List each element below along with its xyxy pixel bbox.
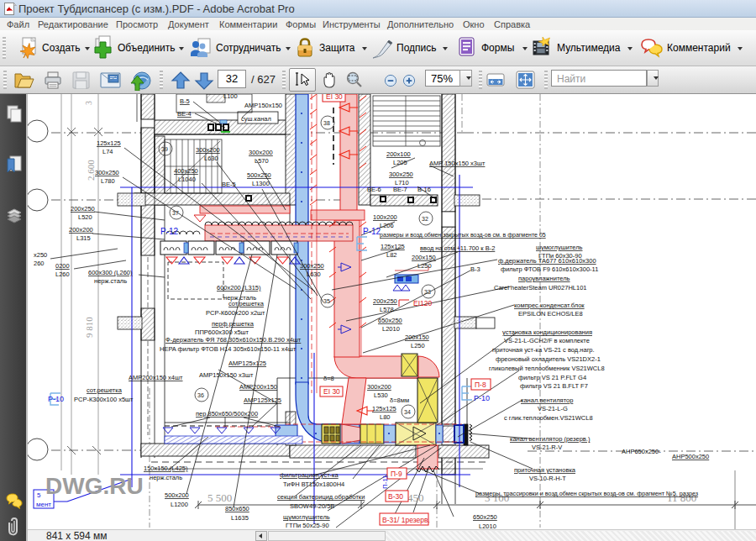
svg-text:нерж.сталь: нерж.сталь [150,474,182,481]
svg-text:VS-21-L-G: VS-21-L-G [538,405,568,412]
svg-text:В-30: В-30 [388,492,403,501]
svg-text:L1635: L1635 [231,514,249,522]
svg-text:размеры, трассировки и возд.об: размеры, трассировки и возд.обмен скрыты… [475,490,699,497]
svg-text:32: 32 [422,216,428,222]
svg-text:EI 30: EI 30 [323,387,340,396]
svg-text:шумоглушитель: шумоглушитель [536,244,583,251]
svg-text:100x200: 100x200 [373,213,397,221]
svg-text:300x200: 300x200 [249,149,273,156]
svg-text:AMP150x150: AMP150x150 [244,102,282,109]
svg-text:650x250: 650x250 [473,513,497,521]
svg-text:EI 30: EI 30 [326,94,343,101]
svg-text:L206: L206 [380,222,394,229]
svg-text:δ=8мм: δ=8мм [390,397,409,404]
svg-text:AMP200x150: AMP200x150 [239,383,277,391]
svg-text:AMP200x150 х4шт: AMP200x150 х4шт [129,374,183,381]
svg-text:L630: L630 [307,270,321,278]
svg-text:5 500: 5 500 [207,491,232,504]
svg-text:с глик.теплообмен.VS21WCL8: с глик.теплообмен.VS21WCL8 [504,414,593,422]
svg-text:ВЕ-4: ВЕ-4 [177,110,192,118]
svg-text:VS-21-L-GCH2/F в комплекте: VS-21-L-GCH2/F в комплекте [504,337,590,344]
svg-text:EI120: EI120 [413,299,432,307]
svg-text:В-3: В-3 [470,265,480,273]
svg-text:приточная уст-ка VS-21 с вод.н: приточная уст-ка VS-21 с вод.нагр. [492,346,595,354]
svg-text:L2010: L2010 [479,523,496,529]
svg-text:канал.вентилятор: канал.вентилятор [521,397,573,404]
svg-text:сот.решетка: сот.решетка [87,386,123,394]
svg-text:нерж.сталь: нерж.сталь [94,277,127,285]
svg-text:3: 3 [84,101,93,105]
svg-text:АНР500x250: АНР500x250 [672,453,709,460]
svg-text:VS-21-R-V: VS-21-R-V [532,444,562,451]
svg-text:600x300 (L260): 600x300 (L260) [88,269,133,276]
svg-text:L520: L520 [78,213,92,221]
svg-text:300x250: 300x250 [95,169,119,176]
svg-text:400x250: 400x250 [174,167,198,175]
svg-text:L2010: L2010 [382,325,400,333]
svg-text:200x250: 200x250 [71,205,95,213]
svg-text:L530: L530 [374,391,388,399]
svg-text:125x125: 125x125 [372,405,396,412]
svg-text:39: 39 [161,146,168,152]
svg-text:125x125: 125x125 [97,139,121,147]
svg-text:L780: L780 [101,177,115,185]
svg-text:суш.канал: суш.канал [241,115,271,123]
svg-text:щумоглушитель: щумоглушитель [283,513,330,521]
svg-text:L100: L100 [223,94,238,100]
svg-text:35: 35 [323,298,330,304]
svg-text:L1300: L1300 [252,180,270,187]
svg-text:перф.решетка: перф.решетка [212,320,255,328]
svg-text:38: 38 [323,120,330,126]
svg-text:PCP-К600x200 х2шт: PCP-К600x200 х2шт [206,309,265,317]
svg-text:600x200 (L315): 600x200 (L315) [217,284,261,292]
svg-text:PCP-К300x100 х5шт: PCP-К300x100 х5шт [74,396,134,403]
svg-text:5: 5 [37,491,41,499]
svg-text:фильтр VS 21 P.FLT G4: фильтр VS 21 P.FLT G4 [518,374,586,381]
svg-text:SBOW49-20/5В: SBOW49-20/5В [290,502,334,510]
svg-text:фильтр ФТОВ F9 610x610x300-11: фильтр ФТОВ F9 610x610x300-11 [501,265,598,273]
svg-text:секция бактерицид.обработки: секция бактерицид.обработки [277,493,365,501]
svg-text:L1200: L1200 [171,501,188,508]
svg-text:500x200: 500x200 [165,491,189,499]
svg-text:300x200: 300x200 [196,146,220,154]
svg-text:фильтрацион.уст-ка: фильтрацион.уст-ка [280,471,339,479]
svg-text:EPSILON ECHOS/LE8: EPSILON ECHOS/LE8 [518,310,583,318]
svg-text:Р-12: Р-12 [160,227,179,236]
svg-text:Ф-держатель ФЯ 768.305x610x150: Ф-держатель ФЯ 768.305x610x150.В.290 х4ш… [165,336,302,344]
svg-text:х250: х250 [34,251,47,259]
svg-text:В-16: В-16 [417,186,431,193]
svg-text:Р-12: Р-12 [363,227,381,236]
svg-text:В-5: В-5 [180,97,190,105]
svg-text:гликолевый теплообменник VS21W: гликолевый теплообменник VS21WCL8 [489,365,605,372]
svg-text:200x150: 200x150 [412,254,436,261]
svg-text:установка кондиционирования: установка кондиционирования [502,328,592,336]
svg-text:ТиФН ВТ150x1800Н4: ТиФН ВТ150x1800Н4 [283,481,344,488]
svg-text:HEPA фильтр ФТОВ Н14 305x610x: HEPA фильтр ФТОВ Н14 305x610x150-11 х4шт [160,345,297,353]
svg-text:канал вентилятор (резерв.): канал вентилятор (резерв.) [510,435,591,443]
svg-text:Р-10: Р-10 [474,394,490,402]
svg-text:9 810: 9 810 [84,317,94,338]
svg-text:фреоновый охладитель VS21DX2-1: фреоновый охладитель VS21DX2-1 [496,355,601,363]
svg-text:ГТПи 60х30-90: ГТПи 60х30-90 [538,252,582,260]
svg-text:АМР125x125: АМР125x125 [244,397,281,404]
svg-text:850x650: 850x650 [225,505,249,512]
svg-text:L82: L82 [386,251,397,259]
svg-text:Р-10: Р-10 [48,395,64,403]
svg-text:L578: L578 [380,306,394,313]
svg-text:L260: L260 [55,270,70,278]
svg-text:200x250: 200x250 [373,297,397,305]
svg-text:650x250: 650x250 [378,317,402,324]
svg-text:500x250: 500x250 [247,171,271,179]
svg-text:L570: L570 [255,157,269,165]
svg-text:125x125: 125x125 [381,243,405,250]
svg-text:Carel heaterSteam UR027HL101: Carel heaterSteam UR027HL101 [494,284,586,292]
svg-text:В-31/ 1резерв.: В-31/ 1резерв. [382,516,430,524]
svg-text:150x150 (L425): 150x150 (L425) [144,465,188,472]
svg-text:L205: L205 [393,159,407,166]
svg-text:33: 33 [424,289,431,295]
svg-text:L630: L630 [204,155,218,162]
svg-text:П-11: П-11 [381,475,389,489]
svg-text:L80: L80 [380,413,391,421]
svg-text:нерж.сталь: нерж.сталь [223,294,256,302]
svg-text:компрес.конденсат.блок: компрес.конденсат.блок [514,302,585,309]
